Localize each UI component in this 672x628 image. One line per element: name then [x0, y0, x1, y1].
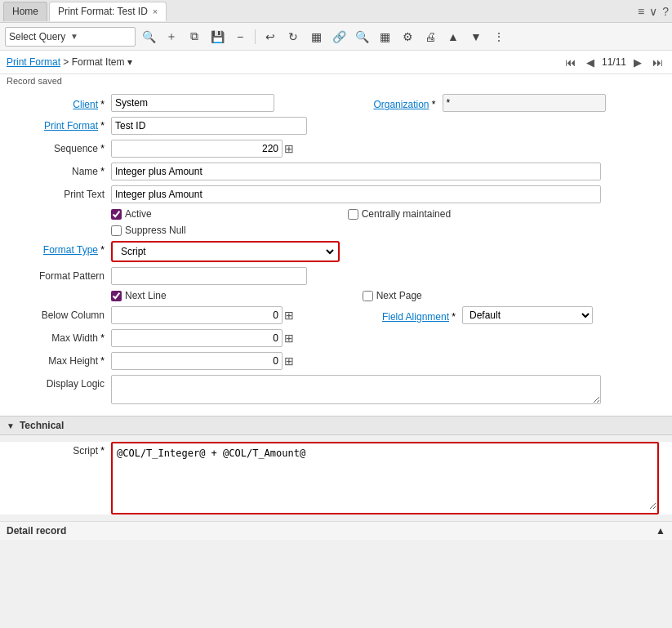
toolbar-separator: [255, 29, 256, 44]
tab-print-format-label: Print Format: Test ID: [58, 6, 148, 17]
display-logic-textarea[interactable]: [111, 375, 601, 404]
grid-button[interactable]: ▦: [306, 27, 326, 47]
script-textarea[interactable]: @COL/T_Integer@ + @COL/T_Amount@: [113, 444, 656, 510]
more-button[interactable]: ⋮: [489, 27, 509, 47]
nav-next-button[interactable]: ▶: [630, 54, 646, 70]
undo-button[interactable]: ↩: [260, 27, 280, 47]
centrally-maintained-label: Centrally maintained: [362, 208, 451, 220]
tab-home[interactable]: Home: [3, 2, 47, 21]
below-column-label: Below Column: [13, 306, 111, 321]
field-alignment-link[interactable]: Field Alignment: [382, 311, 449, 323]
centrally-maintained-checkbox[interactable]: [348, 209, 358, 220]
active-checkbox-row: Active: [111, 208, 152, 220]
expand-icon[interactable]: ∨: [649, 5, 657, 18]
nav-first-button[interactable]: ⏮: [563, 54, 579, 70]
technical-section-body: Script @COL/T_Integer@ + @COL/T_Amount@: [0, 442, 672, 514]
menu-icon[interactable]: ≡: [638, 5, 644, 18]
nav-last-button[interactable]: ⏭: [649, 54, 665, 70]
format-type-label: Format Type: [13, 241, 111, 256]
print-text-label: Print Text: [13, 185, 111, 200]
active-checkbox[interactable]: [111, 209, 122, 220]
up-button[interactable]: ▲: [443, 27, 463, 47]
tab-end-controls: ≡ ∨ ?: [638, 5, 669, 18]
nav-count: 11/11: [602, 56, 626, 68]
chart-button[interactable]: ▦: [375, 27, 394, 47]
client-label: Client: [13, 96, 111, 110]
tab-close-icon[interactable]: ×: [153, 7, 158, 16]
format-pattern-input[interactable]: [111, 267, 307, 285]
suppress-null-spacer: [13, 225, 111, 228]
tab-print-format[interactable]: Print Format: Test ID ×: [49, 2, 167, 21]
select-query-dropdown[interactable]: Select Query ▼: [5, 27, 136, 47]
organization-input[interactable]: [443, 94, 606, 112]
print-text-input[interactable]: [111, 185, 601, 203]
nav-prev-button[interactable]: ◀: [582, 54, 599, 70]
tab-bar: Home Print Format: Test ID × ≡ ∨ ?: [0, 0, 672, 23]
field-alignment-label: Field Alignment: [356, 308, 462, 323]
tab-home-label: Home: [12, 6, 38, 17]
print-format-link[interactable]: Print Format: [44, 120, 98, 131]
active-spacer: [13, 208, 111, 212]
print-button[interactable]: 🖨: [421, 27, 440, 47]
down-button[interactable]: ▼: [466, 27, 486, 47]
next-line-spacer: [13, 290, 111, 293]
link-button[interactable]: 🔗: [329, 27, 349, 47]
detail-record-icon[interactable]: ▲: [656, 525, 665, 537]
technical-section-header[interactable]: ▼ Technical: [0, 416, 672, 435]
suppress-null-checkbox[interactable]: [111, 225, 122, 236]
next-page-checkbox[interactable]: [363, 291, 373, 301]
name-input[interactable]: [111, 163, 601, 180]
search-button[interactable]: 🔍: [139, 27, 158, 47]
next-line-label: Next Line: [125, 290, 167, 301]
max-height-calc-icon[interactable]: ⊞: [284, 354, 294, 367]
client-input[interactable]: [111, 94, 274, 112]
refresh-button[interactable]: ↻: [283, 27, 303, 47]
print-format-input[interactable]: [111, 117, 307, 135]
copy-button[interactable]: ⧉: [185, 27, 204, 47]
max-height-row: Max Height ⊞: [13, 352, 659, 370]
delete-button[interactable]: −: [230, 27, 250, 47]
field-alignment-select[interactable]: Default Left Center Right: [462, 306, 593, 324]
below-column-calc-icon[interactable]: ⊞: [284, 309, 294, 322]
max-width-label: Max Width: [13, 329, 111, 344]
zoom-button[interactable]: 🔍: [352, 27, 372, 47]
format-type-select[interactable]: Script Text Number Date Amount Integer Q…: [114, 243, 336, 261]
below-column-row: Below Column ⊞ Field Alignment Default L…: [13, 306, 659, 324]
max-width-calc-icon[interactable]: ⊞: [284, 332, 294, 345]
technical-section-label: Technical: [20, 420, 64, 431]
max-width-input[interactable]: [111, 329, 283, 347]
sequence-input[interactable]: [111, 140, 283, 158]
breadcrumb-link[interactable]: Print Format: [7, 56, 60, 68]
add-button[interactable]: ＋: [162, 27, 181, 47]
status-text: Record saved: [7, 76, 62, 86]
help-icon[interactable]: ?: [662, 5, 669, 18]
max-width-row: Max Width ⊞: [13, 329, 659, 347]
below-column-input[interactable]: [111, 306, 283, 324]
active-row: Active Centrally maintained: [13, 208, 659, 220]
nav-controls: ⏮ ◀ 11/11 ▶ ⏭: [563, 54, 665, 70]
next-page-label: Next Page: [376, 290, 422, 301]
sequence-calc-icon[interactable]: ⊞: [284, 142, 294, 155]
client-org-row: Client Organization: [13, 94, 659, 112]
suppress-null-row: Suppress Null: [13, 225, 659, 236]
breadcrumb: Print Format > Format Item ▾: [7, 56, 132, 68]
breadcrumb-dropdown-icon[interactable]: ▾: [127, 56, 132, 68]
max-height-input[interactable]: [111, 352, 283, 370]
sequence-row: Sequence ⊞: [13, 140, 659, 158]
suppress-null-checkbox-row: Suppress Null: [111, 225, 186, 236]
organization-link[interactable]: Organization: [373, 99, 429, 110]
breadcrumb-separator: >: [63, 56, 71, 68]
centrally-maintained-row: Centrally maintained: [348, 208, 451, 220]
technical-collapse-icon: ▼: [7, 421, 15, 430]
settings-button[interactable]: ⚙: [398, 27, 417, 47]
next-page-row: Next Page: [363, 290, 422, 301]
save-button[interactable]: 💾: [207, 27, 227, 47]
max-height-label: Max Height: [13, 352, 111, 367]
breadcrumb-bar: Print Format > Format Item ▾ ⏮ ◀ 11/11 ▶…: [0, 51, 672, 74]
name-row: Name: [13, 163, 659, 180]
client-link[interactable]: Client: [73, 99, 98, 110]
format-type-link[interactable]: Format Type: [43, 244, 98, 256]
next-line-checkbox[interactable]: [111, 291, 122, 301]
breadcrumb-current: Format Item: [72, 56, 125, 68]
script-label: Script: [13, 442, 111, 457]
